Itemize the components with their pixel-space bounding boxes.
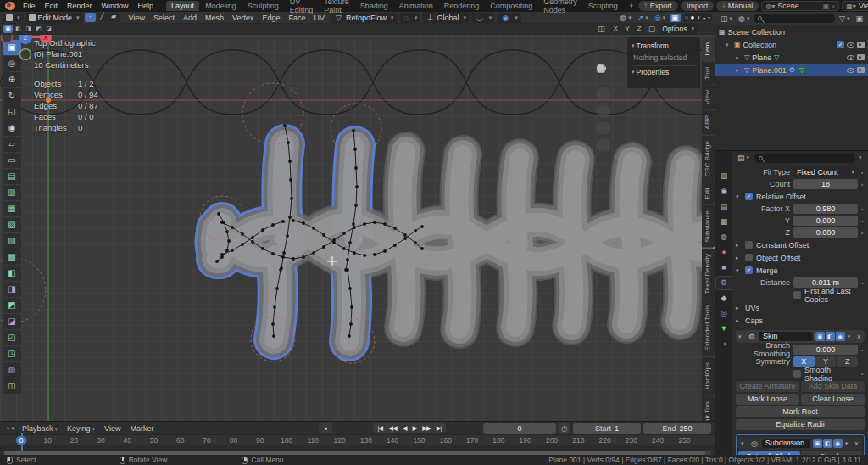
vtab-substance[interactable]: Substance (702, 205, 715, 248)
wtab-uv-editing[interactable]: UV Editing (285, 0, 319, 15)
plane001-expand-arrow[interactable]: ▸ (736, 67, 742, 74)
vtab-view[interactable]: View (702, 85, 715, 109)
vtab-hardops[interactable]: HardOps (702, 357, 715, 395)
filter-funnel-icon[interactable]: ▽ (837, 14, 851, 23)
mirror-z-toggle[interactable]: Z (634, 25, 645, 33)
subdivision-close-icon[interactable]: × (854, 440, 860, 448)
start-frame-field[interactable]: Start1 (573, 423, 641, 434)
wtab-rendering[interactable]: Rendering (439, 1, 485, 11)
clear-loose-button[interactable]: Clear Loose (801, 394, 865, 405)
select-subtract-button[interactable]: ◨ (24, 25, 33, 33)
mark-loose-button[interactable]: Mark Loose (736, 394, 799, 405)
outliner-row-plane[interactable]: ▸ ▽ Plane ▽ (715, 51, 868, 64)
add-skin-data-button[interactable]: Add Skin Data (801, 381, 865, 392)
properties-options-caret[interactable]: ▾ (859, 154, 865, 161)
loop-cut-button[interactable]: ▧ (3, 217, 21, 232)
menu--[interactable]: ▶▶ (420, 423, 433, 433)
spin-button[interactable]: ◧ (3, 266, 21, 281)
shrink-fatten-button[interactable]: ◪ (3, 314, 21, 329)
menu-keying[interactable]: Keying (63, 424, 99, 433)
select-intersect-button[interactable]: ◪ (44, 25, 53, 33)
factor-z-field[interactable]: 0.000 (793, 227, 858, 238)
manual-button[interactable]: ⤓Manual (716, 1, 759, 11)
output-button[interactable]: ▤ (716, 200, 732, 213)
inset-faces-button[interactable]: ▥ (3, 185, 21, 200)
timeline-editor-type-icon[interactable]: ◔ (3, 424, 16, 433)
wtab-animation[interactable]: Animation (394, 1, 438, 11)
wtab--[interactable]: + (624, 1, 638, 11)
camera-view-button[interactable] (597, 121, 610, 135)
world-button[interactable]: ● (716, 246, 732, 259)
wtab-compositing[interactable]: Compositing (485, 1, 537, 11)
scene-extra-icons[interactable]: ▣ × (823, 3, 835, 10)
menu-window[interactable]: Window (97, 1, 133, 11)
properties-editor[interactable]: ▨◉▤▦◍●■⚙◆◎▼◑ ▤ ▾ Fit Type Fixed Count • (715, 151, 868, 455)
select-extend-button[interactable]: ◧ (14, 25, 23, 33)
plane001-render-icon[interactable] (857, 67, 865, 73)
options-dropdown[interactable]: Options (659, 24, 698, 34)
menu-edit[interactable]: Edit (41, 1, 63, 11)
timeline-editor[interactable]: ◔ PlaybackKeyingViewMarker ● |◀◀◀◀▶▶▶▶| … (0, 421, 715, 455)
transform-button[interactable]: ◉ (3, 120, 21, 136)
annotate-button[interactable]: ▱ (3, 137, 21, 152)
scale-button[interactable]: ◱ (3, 104, 21, 120)
subdivision-extras-caret[interactable]: ▾ (845, 440, 851, 447)
wtab-sculpting[interactable]: Sculpting (242, 1, 284, 11)
vtab-hair-tool[interactable]: Hair Tool (702, 395, 715, 421)
mode-dropdown[interactable]: Edit Mode (25, 13, 83, 23)
vtab-texel-density[interactable]: Texel Density (702, 249, 715, 300)
export-button[interactable]: ⤒Export (638, 1, 678, 11)
menu-marker[interactable]: Marker (125, 424, 158, 433)
menu-playback[interactable]: Playback (18, 424, 62, 433)
edge-select-button[interactable]: ╱ (97, 13, 108, 22)
smooth-shading-checkbox[interactable] (793, 370, 801, 378)
wtab-texture-paint[interactable]: Texture Paint (319, 0, 354, 15)
material-shading-button[interactable]: ◑ (696, 14, 700, 21)
transform-panel-header[interactable]: Transform (632, 40, 696, 52)
menu-view[interactable]: View (125, 14, 149, 22)
plane001-visibility-icon[interactable] (847, 68, 854, 73)
vtab-csc-bridge[interactable]: CSC Bridge (702, 136, 715, 182)
move-button[interactable]: ⊕ (3, 72, 21, 87)
viewlayer-selector[interactable]: ▦▾ViewLayer▣ (842, 1, 868, 11)
menu-view[interactable]: View (100, 424, 125, 433)
ortho-toggle-button[interactable] (597, 138, 610, 152)
constant-offset-checkbox[interactable] (745, 241, 753, 249)
outliner-row-scene-collection[interactable]: ▦ Scene Collection (715, 25, 868, 38)
rotate-button[interactable]: ↻ (3, 88, 21, 104)
caps-section[interactable]: ▸Caps (736, 315, 865, 326)
current-frame-field[interactable]: 0 (483, 423, 556, 434)
timeline-track[interactable] (0, 445, 715, 451)
select-invert-button[interactable]: ◩ (34, 25, 43, 33)
skin-modifier-name[interactable]: Skin (760, 332, 813, 341)
menu-file[interactable]: File (19, 1, 40, 11)
constant-offset-toggle[interactable]: ▸ Constant Offset (736, 239, 865, 250)
vtab-arp[interactable]: ARP (702, 110, 715, 134)
wtab-scripting[interactable]: Scripting (583, 1, 623, 11)
physics-button[interactable]: ◎ (716, 307, 732, 320)
material-button[interactable]: ◑ (716, 338, 732, 350)
scene-button[interactable]: ◍ (716, 231, 732, 244)
wtab-shading[interactable]: Shading (355, 1, 393, 11)
rip-edge-button[interactable]: ◫ (3, 378, 21, 394)
outliner-search-input[interactable] (754, 14, 835, 23)
viewport-canvas[interactable]: Top Orthographic (0) Plane.001 10 Centim… (0, 35, 715, 421)
rip-region-button[interactable]: ◍ (3, 362, 21, 378)
vtab-edit[interactable]: Edit (702, 182, 715, 204)
bevel-button[interactable]: ▦ (3, 201, 21, 216)
xray-toggle[interactable]: ▣ (670, 14, 681, 22)
rendered-shading-button[interactable]: ◒ (702, 14, 706, 21)
count-field[interactable]: 18 (793, 179, 858, 189)
smooth-button[interactable]: ◨ (3, 282, 21, 297)
end-frame-field[interactable]: End250 (643, 423, 711, 434)
editor-type-button[interactable] (3, 14, 24, 22)
auto-keying-button[interactable]: ● (319, 423, 332, 433)
vtab-tool[interactable]: Tool (702, 62, 715, 85)
plane-visibility-icon[interactable] (847, 55, 854, 60)
subdivision-modifier-name[interactable]: Subdivision (762, 439, 810, 448)
pan-button[interactable] (597, 104, 610, 118)
blender-logo-icon[interactable] (5, 2, 15, 10)
mark-root-button[interactable]: Mark Root (736, 406, 865, 417)
properties-panel-header[interactable]: Properties (632, 66, 696, 78)
outliner[interactable]: ◫ ◍ ▽ ▣ ▦ Scene Collection ▾ ▣ Collectio… (715, 12, 868, 151)
